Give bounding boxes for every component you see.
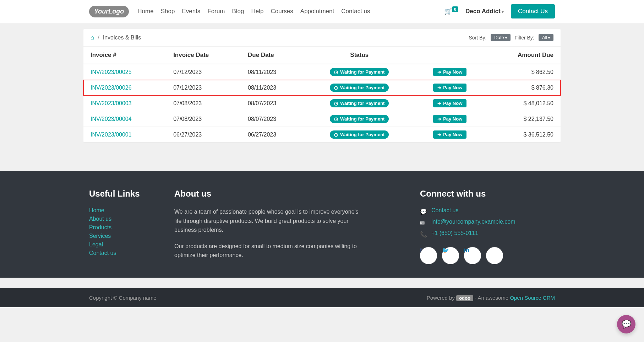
nav-link-contact-us[interactable]: Contact us <box>341 8 370 15</box>
connect-title: Connect with us <box>420 189 555 199</box>
footer-link-contact-us[interactable]: Contact us <box>89 250 160 256</box>
copyright: Copyright © Company name <box>89 295 156 301</box>
clock-icon: ◷ <box>334 101 338 106</box>
nav-link-forum[interactable]: Forum <box>207 8 225 15</box>
amount-due: $ 48,012.50 <box>486 96 561 111</box>
footer-link-services[interactable]: Services <box>89 233 160 239</box>
invoice-link[interactable]: INV/2023/00004 <box>91 116 132 122</box>
invoice-date: 07/12/2023 <box>166 80 241 96</box>
invoice-link[interactable]: INV/2023/00003 <box>91 100 132 106</box>
arrow-icon: ➜ <box>437 69 441 75</box>
breadcrumb: ⌂ / Invoices & Bills <box>91 34 141 41</box>
clock-icon: ◷ <box>334 116 338 122</box>
due-date: 08/07/2023 <box>241 96 305 111</box>
home-social-icon[interactable]: ⌂ <box>486 247 503 264</box>
amount-due: $ 862.50 <box>486 64 561 80</box>
nav-link-events[interactable]: Events <box>182 8 200 15</box>
about-text-2: Our products are designed for small to m… <box>174 242 366 260</box>
filter-by-dropdown[interactable]: All <box>539 34 553 41</box>
pay-now-button[interactable]: ➜Pay Now <box>433 84 466 92</box>
sort-by-dropdown[interactable]: Date <box>491 34 510 41</box>
column-header: Status <box>305 47 414 64</box>
due-date: 08/11/2023 <box>241 64 305 80</box>
footer-link-home[interactable]: Home <box>89 207 160 214</box>
nav-link-blog[interactable]: Blog <box>232 8 244 15</box>
column-header: Invoice # <box>83 47 166 64</box>
footer-link-about-us[interactable]: About us <box>89 216 160 222</box>
nav-link-help[interactable]: Help <box>251 8 264 15</box>
pay-now-button[interactable]: ➜Pay Now <box>433 130 466 139</box>
status-badge: ◷Waiting for Payment <box>330 84 389 92</box>
column-header: Due Date <box>241 47 305 64</box>
footer-phone-link[interactable]: +1 (650) 555-0111 <box>431 230 478 236</box>
invoice-link[interactable]: INV/2023/00001 <box>91 132 132 138</box>
status-badge: ◷Waiting for Payment <box>330 130 389 139</box>
table-row: INV/2023/0002607/12/202308/11/2023◷Waiti… <box>83 80 561 96</box>
due-date: 08/07/2023 <box>241 111 305 127</box>
footer-bottom: Copyright © Company name Powered by odoo… <box>0 288 644 307</box>
invoices-panel: ⌂ / Invoices & Bills Sort By: Date Filte… <box>83 29 561 143</box>
about-title: About us <box>174 189 366 199</box>
twitter-icon[interactable]: 🐦 <box>442 247 459 264</box>
invoice-link[interactable]: INV/2023/00026 <box>91 85 132 91</box>
status-badge: ◷Waiting for Payment <box>330 99 389 107</box>
footer-link-products[interactable]: Products <box>89 224 160 231</box>
cart-button[interactable]: 🛒0 <box>444 7 458 15</box>
navbar: YourLogo HomeShopEventsForumBlogHelpCour… <box>0 0 644 23</box>
footer: Useful Links HomeAbout usProductsService… <box>0 171 644 278</box>
amount-due: $ 36,512.50 <box>486 127 561 143</box>
invoice-date: 07/12/2023 <box>166 64 241 80</box>
phone-icon: 📞 <box>420 231 427 238</box>
footer-email-link[interactable]: info@yourcompany.example.com <box>431 219 515 225</box>
amount-due: $ 22,137.50 <box>486 111 561 127</box>
user-dropdown[interactable]: Deco Addict <box>465 8 504 15</box>
pay-now-button[interactable]: ➜Pay Now <box>433 99 466 107</box>
column-header: Invoice Date <box>166 47 241 64</box>
status-badge: ◷Waiting for Payment <box>330 68 389 76</box>
status-badge: ◷Waiting for Payment <box>330 115 389 123</box>
crm-link[interactable]: Open Source CRM <box>510 295 555 301</box>
breadcrumb-current: Invoices & Bills <box>103 34 141 41</box>
invoice-date: 06/27/2023 <box>166 127 241 143</box>
footer-link-legal[interactable]: Legal <box>89 241 160 248</box>
invoice-date: 07/08/2023 <box>166 111 241 127</box>
clock-icon: ◷ <box>334 85 338 90</box>
facebook-icon[interactable]: f <box>420 247 437 264</box>
invoice-date: 07/08/2023 <box>166 96 241 111</box>
powered-by: Powered by odoo - An awesome Open Source… <box>427 295 555 301</box>
table-row: INV/2023/0000106/27/202306/27/2023◷Waiti… <box>83 127 561 143</box>
nav-link-home[interactable]: Home <box>137 8 153 15</box>
table-row: INV/2023/0000307/08/202308/07/2023◷Waiti… <box>83 96 561 111</box>
invoice-link[interactable]: INV/2023/00025 <box>91 69 132 75</box>
arrow-icon: ➜ <box>437 85 441 90</box>
invoices-table: Invoice #Invoice DateDue DateStatusAmoun… <box>83 47 561 143</box>
nav-link-appointment[interactable]: Appointment <box>300 8 334 15</box>
column-header <box>414 47 486 64</box>
home-icon[interactable]: ⌂ <box>91 34 94 41</box>
clock-icon: ◷ <box>334 69 338 75</box>
contact-us-button[interactable]: Contact Us <box>511 4 555 18</box>
due-date: 06/27/2023 <box>241 127 305 143</box>
sort-by-label: Sort By: <box>469 35 486 41</box>
due-date: 08/11/2023 <box>241 80 305 96</box>
nav-link-shop[interactable]: Shop <box>161 8 175 15</box>
odoo-badge[interactable]: odoo <box>456 295 473 301</box>
nav-links: HomeShopEventsForumBlogHelpCoursesAppoin… <box>137 8 370 15</box>
cart-badge: 0 <box>452 6 458 12</box>
about-text-1: We are a team of passionate people whose… <box>174 207 366 235</box>
table-row: INV/2023/0000407/08/202308/07/2023◷Waiti… <box>83 111 561 127</box>
nav-link-courses[interactable]: Courses <box>271 8 293 15</box>
filter-by-label: Filter By: <box>515 35 534 41</box>
footer-contact-link[interactable]: Contact us <box>431 207 458 214</box>
pay-now-button[interactable]: ➜Pay Now <box>433 115 466 123</box>
pay-now-button[interactable]: ➜Pay Now <box>433 68 466 76</box>
useful-links-title: Useful Links <box>89 189 160 199</box>
logo[interactable]: YourLogo <box>89 6 129 17</box>
linkedin-icon[interactable]: in <box>464 247 481 264</box>
column-header: Amount Due <box>486 47 561 64</box>
amount-due: $ 876.30 <box>486 80 561 96</box>
table-row: INV/2023/0002507/12/202308/11/2023◷Waiti… <box>83 64 561 80</box>
chat-icon: 💬 <box>420 208 427 215</box>
clock-icon: ◷ <box>334 132 338 137</box>
arrow-icon: ➜ <box>437 132 441 137</box>
